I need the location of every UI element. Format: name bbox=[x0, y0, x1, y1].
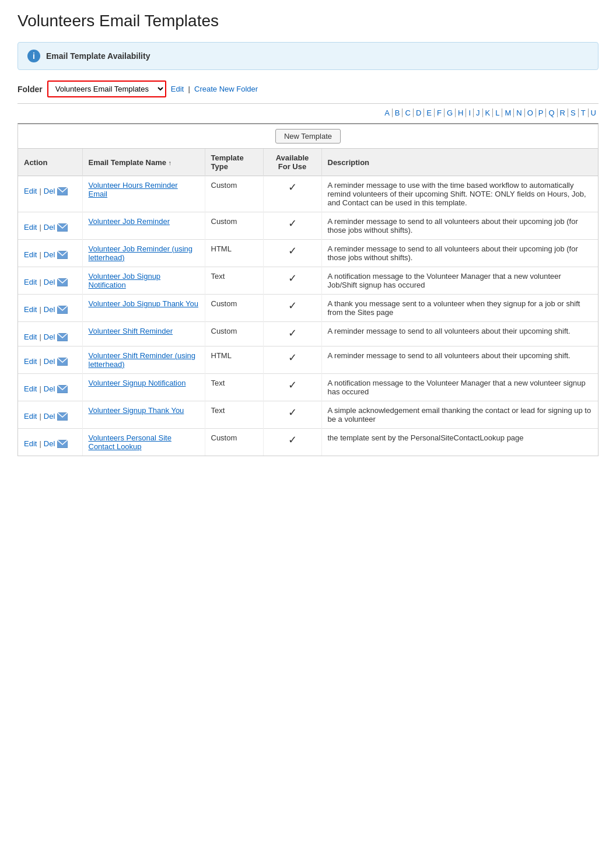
del-link-8[interactable]: Del bbox=[44, 412, 55, 421]
type-cell-1: Custom bbox=[205, 212, 263, 240]
check-mark-1: ✓ bbox=[270, 217, 316, 230]
alpha-nav: ABCDEFGHIJKLMNOPQRSTU bbox=[18, 103, 598, 117]
edit-link-4[interactable]: Edit bbox=[24, 305, 37, 314]
type-cell-2: HTML bbox=[205, 240, 263, 267]
name-cell-2: Volunteer Job Reminder (using letterhead… bbox=[82, 240, 205, 267]
description-cell-7: A notification message to the Volunteer … bbox=[321, 374, 598, 401]
edit-folder-link[interactable]: Edit bbox=[171, 85, 184, 93]
col-header-action: Action bbox=[18, 149, 82, 176]
description-cell-2: A reminder message to send to all volunt… bbox=[321, 240, 598, 267]
alpha-nav-D[interactable]: D bbox=[414, 108, 424, 117]
name-cell-5: Volunteer Shift Reminder bbox=[82, 322, 205, 346]
alpha-nav-I[interactable]: I bbox=[466, 108, 474, 117]
del-link-1[interactable]: Del bbox=[44, 223, 55, 232]
alpha-nav-T[interactable]: T bbox=[579, 108, 589, 117]
action-cell-4: Edit | Del bbox=[18, 295, 82, 322]
del-link-6[interactable]: Del bbox=[44, 357, 55, 366]
del-link-4[interactable]: Del bbox=[44, 305, 55, 314]
alpha-nav-P[interactable]: P bbox=[536, 108, 547, 117]
edit-link-2[interactable]: Edit bbox=[24, 250, 37, 259]
alpha-nav-F[interactable]: F bbox=[435, 108, 444, 117]
edit-link-1[interactable]: Edit bbox=[24, 223, 37, 232]
alpha-nav-K[interactable]: K bbox=[483, 108, 494, 117]
name-cell-9: Volunteers Personal Site Contact Lookup bbox=[82, 429, 205, 456]
alpha-nav-C[interactable]: C bbox=[402, 108, 413, 117]
edit-link-7[interactable]: Edit bbox=[24, 384, 37, 393]
del-link-9[interactable]: Del bbox=[44, 439, 55, 448]
alpha-nav-J[interactable]: J bbox=[474, 108, 483, 117]
templates-table: Action Email Template Name ↑ Template Ty… bbox=[18, 149, 598, 456]
template-name-link-6[interactable]: Volunteer Shift Reminder (using letterhe… bbox=[89, 351, 196, 369]
info-box-label: Email Template Availability bbox=[46, 51, 150, 61]
name-cell-3: Volunteer Job Signup Notification bbox=[82, 267, 205, 295]
alpha-nav-O[interactable]: O bbox=[525, 108, 536, 117]
alpha-nav-R[interactable]: R bbox=[558, 108, 568, 117]
col-header-type: Template Type bbox=[205, 149, 263, 176]
edit-link-8[interactable]: Edit bbox=[24, 412, 37, 421]
folder-label: Folder bbox=[18, 85, 43, 94]
create-folder-link[interactable]: Create New Folder bbox=[194, 85, 258, 93]
edit-link-0[interactable]: Edit bbox=[24, 187, 37, 195]
template-name-link-5[interactable]: Volunteer Shift Reminder bbox=[89, 327, 173, 335]
action-cell-6: Edit | Del bbox=[18, 346, 82, 374]
info-box: i Email Template Availability bbox=[18, 42, 598, 70]
table-row: Edit | Del Volunteer Job Reminder (using… bbox=[18, 240, 598, 267]
table-row: Edit | Del Volunteers Personal Site Cont… bbox=[18, 429, 598, 456]
type-cell-3: Text bbox=[205, 267, 263, 295]
del-link-5[interactable]: Del bbox=[44, 332, 55, 341]
alpha-nav-Q[interactable]: Q bbox=[546, 108, 557, 117]
name-cell-7: Volunteer Signup Notification bbox=[82, 374, 205, 401]
description-cell-6: A reminder message to send to all volunt… bbox=[321, 346, 598, 374]
available-cell-4: ✓ bbox=[263, 295, 321, 322]
template-name-link-3[interactable]: Volunteer Job Signup Notification bbox=[89, 272, 161, 289]
folder-row: Folder Volunteers Email Templates Edit |… bbox=[18, 80, 598, 97]
page-title: Volunteers Email Templates bbox=[18, 12, 598, 30]
template-name-link-2[interactable]: Volunteer Job Reminder (using letterhead… bbox=[89, 244, 193, 262]
del-link-2[interactable]: Del bbox=[44, 250, 55, 259]
alpha-nav-U[interactable]: U bbox=[589, 108, 598, 117]
alpha-nav-E[interactable]: E bbox=[424, 108, 435, 117]
check-mark-8: ✓ bbox=[270, 406, 316, 419]
template-name-link-0[interactable]: Volunteer Hours Reminder Email bbox=[89, 181, 178, 198]
alpha-nav-L[interactable]: L bbox=[493, 108, 502, 117]
alpha-nav-A[interactable]: A bbox=[382, 108, 393, 117]
del-link-0[interactable]: Del bbox=[44, 187, 55, 195]
alpha-nav-G[interactable]: G bbox=[444, 108, 456, 117]
alpha-nav-M[interactable]: M bbox=[502, 108, 514, 117]
action-cell-0: Edit | Del bbox=[18, 176, 82, 212]
del-link-3[interactable]: Del bbox=[44, 278, 55, 286]
action-cell-9: Edit | Del bbox=[18, 429, 82, 456]
action-cell-2: Edit | Del bbox=[18, 240, 82, 267]
description-cell-4: A thank you message sent to a volunteer … bbox=[321, 295, 598, 322]
table-container: New Template Action Email Template Name … bbox=[18, 123, 598, 456]
col-header-available: Available For Use bbox=[263, 149, 321, 176]
edit-link-5[interactable]: Edit bbox=[24, 332, 37, 341]
description-cell-3: A notification message to the Volunteer … bbox=[321, 267, 598, 295]
check-mark-0: ✓ bbox=[270, 181, 316, 194]
description-cell-8: A simple acknowledgement email thanking … bbox=[321, 401, 598, 429]
folder-select[interactable]: Volunteers Email Templates bbox=[48, 82, 165, 96]
alpha-nav-B[interactable]: B bbox=[393, 108, 403, 117]
action-cell-5: Edit | Del bbox=[18, 322, 82, 346]
template-name-link-8[interactable]: Volunteer Signup Thank You bbox=[89, 406, 184, 415]
del-link-7[interactable]: Del bbox=[44, 384, 55, 393]
check-mark-2: ✓ bbox=[270, 244, 316, 257]
type-cell-8: Text bbox=[205, 401, 263, 429]
col-header-description: Description bbox=[321, 149, 598, 176]
template-name-link-1[interactable]: Volunteer Job Reminder bbox=[89, 217, 170, 226]
new-template-button[interactable]: New Template bbox=[275, 129, 341, 144]
available-cell-9: ✓ bbox=[263, 429, 321, 456]
folder-select-wrapper: Volunteers Email Templates bbox=[47, 80, 166, 97]
table-row: Edit | Del Volunteer Shift Reminder (usi… bbox=[18, 346, 598, 374]
template-name-link-4[interactable]: Volunteer Job Signup Thank You bbox=[89, 299, 198, 308]
edit-link-3[interactable]: Edit bbox=[24, 278, 37, 286]
alpha-nav-S[interactable]: S bbox=[568, 108, 579, 117]
action-cell-1: Edit | Del bbox=[18, 212, 82, 240]
alpha-nav-H[interactable]: H bbox=[456, 108, 466, 117]
alpha-nav-N[interactable]: N bbox=[514, 108, 524, 117]
edit-link-9[interactable]: Edit bbox=[24, 439, 37, 448]
table-row: Edit | Del Volunteer Signup Thank YouTex… bbox=[18, 401, 598, 429]
edit-link-6[interactable]: Edit bbox=[24, 357, 37, 366]
template-name-link-9[interactable]: Volunteers Personal Site Contact Lookup bbox=[89, 433, 172, 451]
template-name-link-7[interactable]: Volunteer Signup Notification bbox=[89, 379, 186, 387]
